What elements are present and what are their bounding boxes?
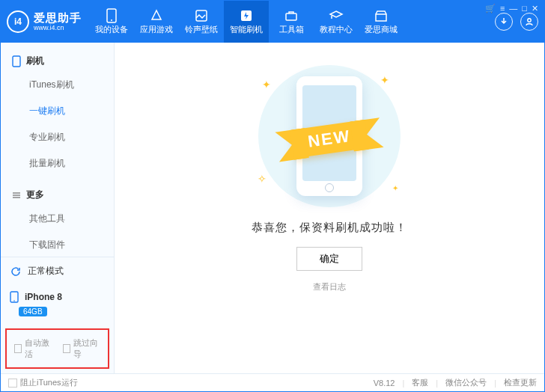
checkbox-label: 跳过向导 (73, 337, 100, 360)
device-row[interactable]: iPhone 8 (1, 285, 114, 306)
sidebar-item-download-firmware[interactable]: 下载固件 (1, 232, 114, 257)
nav-label: 我的设备 (95, 24, 128, 35)
storage-badge: 64GB (19, 307, 47, 316)
store-icon (374, 8, 389, 23)
phone-icon (11, 55, 22, 67)
nav-label: 智能刷机 (230, 24, 263, 35)
window-controls: 🛒 ≡ — □ ✕ (485, 4, 538, 13)
phone-icon (10, 291, 19, 303)
skip-wizard-checkbox[interactable]: 跳过向导 (63, 337, 101, 360)
svg-point-6 (528, 19, 531, 22)
sidebar-item-pro-flash[interactable]: 专业刷机 (1, 124, 114, 150)
topbar: 🛒 ≡ — □ ✕ i4 爱思助手 www.i4.cn 我的设备 应用游戏 铃声… (1, 1, 544, 43)
sidebar-group-flash[interactable]: 刷机 (1, 50, 114, 72)
success-message: 恭喜您，保资料刷机成功啦！ (252, 221, 407, 235)
device-icon (104, 8, 119, 23)
nav-apps-games[interactable]: 应用游戏 (134, 1, 179, 43)
success-illustration: ✦ ✦ ✧ ✦ NEW (240, 65, 419, 207)
sidebar-group-more[interactable]: 更多 (1, 184, 114, 206)
nav-tutorial-center[interactable]: 教程中心 (314, 1, 359, 43)
sparkle-icon: ✦ (392, 184, 398, 192)
block-itunes-checkbox[interactable]: 阻止iTunes运行 (8, 377, 78, 388)
more-icon (11, 191, 22, 200)
nav-label: 爱思商城 (365, 24, 398, 35)
main-panel: ✦ ✦ ✧ ✦ NEW 恭喜您，保资料刷机成功啦！ 确定 查看日志 (115, 43, 544, 373)
sidebar-group-title: 更多 (26, 189, 44, 201)
device-mode-row[interactable]: 正常模式 (1, 257, 114, 285)
ok-button[interactable]: 确定 (296, 247, 362, 271)
sparkle-icon: ✧ (258, 173, 267, 185)
nav-smart-flash[interactable]: 智能刷机 (224, 1, 269, 43)
user-icon[interactable] (520, 13, 538, 31)
wallpaper-icon (194, 8, 209, 23)
sparkle-icon: ✦ (380, 74, 389, 86)
toolbox-icon (284, 8, 299, 23)
sparkle-icon: ✦ (262, 79, 271, 91)
svg-point-1 (111, 19, 112, 21)
nav-ringtone-wallpaper[interactable]: 铃声壁纸 (179, 1, 224, 43)
svg-rect-5 (376, 14, 386, 21)
checkbox-label: 阻止iTunes运行 (20, 377, 78, 388)
footer-link-wechat[interactable]: 微信公众号 (445, 377, 487, 388)
cart-icon[interactable]: 🛒 (485, 4, 496, 13)
sidebar: 刷机 iTunes刷机 一键刷机 专业刷机 批量刷机 更多 其他工具 下载固件 … (1, 43, 115, 373)
maximize-button[interactable]: □ (522, 4, 527, 13)
app-name: 爱思助手 (34, 11, 82, 24)
svg-rect-4 (286, 13, 296, 20)
sidebar-item-batch-flash[interactable]: 批量刷机 (1, 150, 114, 177)
nav-label: 应用游戏 (140, 24, 173, 35)
highlighted-options: 自动激活 跳过向导 (5, 328, 109, 369)
minimize-button[interactable]: — (509, 4, 517, 13)
version-label: V8.12 (374, 379, 395, 388)
sidebar-group-title: 刷机 (26, 55, 44, 67)
checkbox-label: 自动激活 (25, 337, 52, 360)
auto-activate-checkbox[interactable]: 自动激活 (14, 337, 52, 360)
nav-store[interactable]: 爱思商城 (359, 1, 404, 43)
sidebar-item-itunes-flash[interactable]: iTunes刷机 (1, 72, 114, 98)
refresh-icon (10, 266, 22, 278)
flash-icon (239, 8, 254, 23)
nav-toolbox[interactable]: 工具箱 (269, 1, 314, 43)
footer: 阻止iTunes运行 V8.12 | 客服 | 微信公众号 | 检查更新 (1, 373, 544, 391)
tutorial-icon (329, 8, 344, 23)
top-nav: 我的设备 应用游戏 铃声壁纸 智能刷机 工具箱 教程中心 爱思商城 (89, 1, 404, 43)
nav-label: 铃声壁纸 (185, 24, 218, 35)
menu-icon[interactable]: ≡ (500, 4, 505, 13)
device-name: iPhone 8 (25, 292, 62, 302)
svg-rect-7 (13, 56, 20, 67)
app-logo[interactable]: i4 爱思助手 www.i4.cn (7, 10, 82, 33)
logo-badge-icon: i4 (7, 10, 29, 33)
nav-my-device[interactable]: 我的设备 (89, 1, 134, 43)
nav-label: 工具箱 (279, 24, 304, 35)
sidebar-item-other-tools[interactable]: 其他工具 (1, 206, 114, 232)
close-button[interactable]: ✕ (532, 4, 538, 13)
app-url: www.i4.cn (34, 24, 82, 31)
view-log-link[interactable]: 查看日志 (313, 281, 346, 293)
apps-icon (149, 8, 164, 23)
footer-link-update[interactable]: 检查更新 (504, 377, 537, 388)
nav-label: 教程中心 (320, 24, 353, 35)
svg-point-9 (13, 300, 15, 301)
footer-link-support[interactable]: 客服 (412, 377, 428, 388)
sidebar-item-onekey-flash[interactable]: 一键刷机 (1, 98, 114, 124)
device-mode-text: 正常模式 (28, 265, 64, 278)
download-icon[interactable] (495, 13, 513, 31)
